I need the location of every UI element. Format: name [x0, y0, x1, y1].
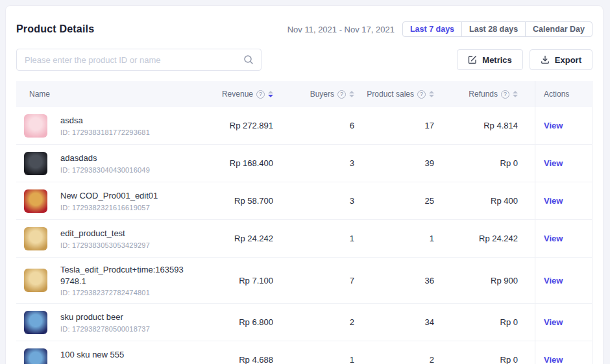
products-table: NameRevenue?Buyers?Product sales?Refunds… [16, 81, 592, 364]
sort-caret-up [268, 91, 273, 93]
product-sales-value: 39 [354, 158, 434, 168]
sort-icon[interactable] [268, 91, 273, 97]
product-id: ID: 1729382321616619057 [60, 204, 158, 212]
column-label: Product sales [367, 90, 414, 99]
range-option-last-7-days[interactable]: Last 7 days [402, 21, 462, 37]
table-row: adasdadsID: 1729383040430016049Rp 168.40… [16, 145, 592, 182]
view-link[interactable]: View [544, 158, 563, 168]
buyers-value: 1 [273, 234, 354, 243]
refunds-value: Rp 0 [434, 158, 535, 168]
column-label: Refunds [469, 90, 498, 99]
buyers-value: 3 [273, 158, 354, 168]
product-text: asdsaID: 1729383181772293681 [60, 115, 150, 136]
product-cell: edit_product_testID: 1729383053053429297 [16, 220, 185, 257]
refunds-value: Rp 0 [434, 355, 535, 364]
sort-caret-down [429, 95, 434, 97]
toolbar: Metrics Export [16, 49, 592, 71]
revenue-value: Rp 24.242 [185, 234, 273, 243]
product-id: ID: 1729382780500018737 [60, 325, 150, 333]
table-row: New COD_Pro001_edit01ID: 172938232161661… [16, 182, 592, 220]
column-header-revenue[interactable]: Revenue? [185, 90, 273, 99]
table-row: edit_product_testID: 1729383053053429297… [16, 220, 592, 258]
product-text: edit_product_testID: 1729383053053429297 [60, 228, 150, 249]
view-link[interactable]: View [544, 196, 563, 206]
actions-cell: View [535, 220, 592, 257]
date-range-controls: Nov 11, 2021 - Nov 17, 2021 Last 7 daysL… [287, 21, 592, 37]
actions-cell: View [535, 107, 592, 144]
help-icon[interactable]: ? [501, 90, 509, 99]
product-thumbnail [24, 227, 47, 250]
help-icon[interactable]: ? [417, 90, 426, 99]
export-button-label: Export [555, 55, 581, 65]
view-link[interactable]: View [544, 276, 563, 285]
column-header-product-sales[interactable]: Product sales? [354, 90, 434, 99]
range-option-calendar-day[interactable]: Calendar Day [525, 21, 592, 37]
product-name: asdsa [60, 115, 150, 127]
column-label: Name [29, 90, 50, 99]
page-title: Product Details [16, 23, 94, 35]
product-sales-value: 1 [354, 234, 434, 243]
search-input[interactable] [16, 49, 262, 71]
product-thumbnail [24, 269, 47, 292]
refunds-value: Rp 900 [434, 276, 535, 285]
view-link[interactable]: View [544, 234, 563, 243]
table-header: NameRevenue?Buyers?Product sales?Refunds… [16, 81, 592, 107]
toolbar-buttons: Metrics Export [457, 49, 592, 70]
product-name: edit_product_test [60, 228, 150, 239]
buyers-value: 1 [273, 355, 354, 364]
product-name: adasdads [60, 152, 150, 164]
sort-icon[interactable] [349, 91, 354, 97]
product-thumbnail [24, 189, 47, 213]
refunds-value: Rp 0 [434, 317, 535, 327]
actions-cell: View [535, 304, 592, 341]
product-id: ID: 1729383053053429297 [60, 241, 150, 249]
product-thumbnail [24, 348, 47, 364]
actions-cell: View [535, 341, 592, 364]
column-header-refunds[interactable]: Refunds? [434, 90, 535, 99]
actions-cell: View [535, 258, 592, 303]
product-cell: New COD_Pro001_edit01ID: 172938232161661… [16, 182, 185, 219]
product-id: ID: 1729383040430016049 [60, 166, 150, 174]
revenue-value: Rp 168.400 [185, 158, 273, 168]
product-id: ID: 1729382372782474801 [60, 289, 185, 297]
buyers-value: 3 [273, 196, 354, 206]
sort-caret-up [429, 91, 434, 93]
product-sales-value: 36 [354, 276, 434, 285]
table-row: sku product beerID: 1729382780500018737R… [16, 304, 592, 341]
sort-caret-up [513, 91, 518, 93]
column-header-actions: Actions [535, 81, 592, 107]
table-row: Tesla_edit_Prodcut+time:1635939748.1ID: … [16, 258, 592, 304]
revenue-value: Rp 4.688 [185, 355, 273, 364]
sort-icon[interactable] [513, 91, 518, 97]
date-range-label: Nov 11, 2021 - Nov 17, 2021 [287, 25, 395, 34]
view-link[interactable]: View [544, 317, 563, 327]
column-header-name: Name [16, 90, 185, 99]
range-option-last-28-days[interactable]: Last 28 days [461, 21, 526, 37]
metrics-button[interactable]: Metrics [457, 49, 523, 70]
product-text: 100 sku new 555ID: 1729382512786200461 [60, 349, 150, 364]
help-icon[interactable]: ? [337, 90, 346, 99]
export-button[interactable]: Export [530, 49, 592, 70]
product-sales-value: 2 [354, 355, 434, 364]
view-link[interactable]: View [544, 121, 563, 130]
column-header-buyers[interactable]: Buyers? [273, 90, 354, 99]
product-sales-value: 17 [354, 121, 434, 130]
view-link[interactable]: View [544, 355, 563, 364]
search-icon[interactable] [243, 55, 254, 65]
column-label: Buyers [310, 90, 334, 99]
product-text: Tesla_edit_Prodcut+time:1635939748.1ID: … [60, 264, 185, 297]
product-cell: 100 sku new 555ID: 1729382512786200461 [16, 341, 185, 364]
help-icon[interactable]: ? [256, 90, 265, 99]
sort-caret-down [513, 95, 518, 97]
page-header: Product Details Nov 11, 2021 - Nov 17, 2… [16, 21, 592, 37]
product-text: New COD_Pro001_edit01ID: 172938232161661… [60, 190, 158, 212]
buyers-value: 2 [273, 317, 354, 327]
product-thumbnail [24, 311, 47, 334]
product-sales-value: 25 [354, 196, 434, 206]
refunds-value: Rp 4.814 [434, 121, 535, 130]
product-id: ID: 1729383181772293681 [60, 128, 150, 136]
search-box [16, 49, 262, 71]
column-label: Revenue [222, 90, 253, 99]
sort-icon[interactable] [429, 91, 434, 97]
product-thumbnail [24, 114, 47, 138]
